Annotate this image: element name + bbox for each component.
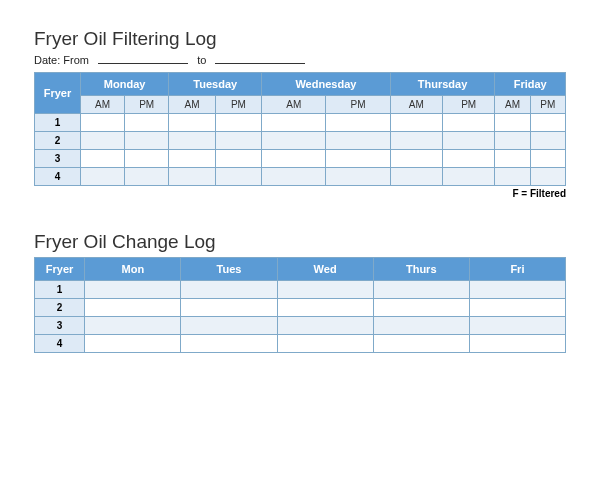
log-cell[interactable]	[495, 114, 530, 132]
table-row: 2	[35, 299, 566, 317]
col-day: Tuesday	[169, 73, 262, 96]
log-cell[interactable]	[530, 132, 565, 150]
log-cell[interactable]	[181, 299, 277, 317]
table-row: 3	[35, 150, 566, 168]
log-cell[interactable]	[81, 150, 125, 168]
table-row: 3	[35, 317, 566, 335]
log-cell[interactable]	[169, 114, 215, 132]
date-from-label: Date: From	[34, 54, 89, 66]
fryer-number: 2	[35, 299, 85, 317]
log-cell[interactable]	[495, 168, 530, 186]
log-cell[interactable]	[390, 132, 442, 150]
col-sub: PM	[530, 96, 565, 114]
log-cell[interactable]	[390, 168, 442, 186]
log-cell[interactable]	[469, 317, 565, 335]
filtering-footnote: F = Filtered	[34, 188, 566, 199]
col-day: Fri	[469, 258, 565, 281]
log-cell[interactable]	[85, 299, 181, 317]
log-cell[interactable]	[262, 114, 326, 132]
log-cell[interactable]	[373, 299, 469, 317]
log-cell[interactable]	[373, 317, 469, 335]
log-cell[interactable]	[326, 150, 390, 168]
filtering-header-ampm: AMPM AMPM AMPM AMPM AMPM	[35, 96, 566, 114]
log-cell[interactable]	[215, 132, 261, 150]
log-cell[interactable]	[215, 150, 261, 168]
log-cell[interactable]	[390, 150, 442, 168]
log-cell[interactable]	[81, 168, 125, 186]
filtering-title: Fryer Oil Filtering Log	[34, 28, 566, 50]
filtering-header-days: Fryer Monday Tuesday Wednesday Thursday …	[35, 73, 566, 96]
log-cell[interactable]	[530, 114, 565, 132]
log-cell[interactable]	[169, 132, 215, 150]
col-sub: PM	[125, 96, 169, 114]
log-cell[interactable]	[85, 335, 181, 353]
col-sub: AM	[495, 96, 530, 114]
log-cell[interactable]	[277, 335, 373, 353]
fryer-number: 1	[35, 281, 85, 299]
fryer-number: 2	[35, 132, 81, 150]
date-range-line: Date: From to	[34, 54, 566, 66]
log-cell[interactable]	[442, 132, 494, 150]
log-cell[interactable]	[169, 168, 215, 186]
log-cell[interactable]	[81, 132, 125, 150]
change-header: Fryer Mon Tues Wed Thurs Fri	[35, 258, 566, 281]
log-cell[interactable]	[469, 299, 565, 317]
col-sub: AM	[390, 96, 442, 114]
date-from-blank[interactable]	[98, 54, 188, 64]
log-cell[interactable]	[442, 150, 494, 168]
log-cell[interactable]	[469, 281, 565, 299]
log-cell[interactable]	[181, 335, 277, 353]
log-cell[interactable]	[277, 317, 373, 335]
log-cell[interactable]	[262, 168, 326, 186]
col-day: Monday	[81, 73, 169, 96]
col-sub: AM	[262, 96, 326, 114]
col-day: Wednesday	[262, 73, 390, 96]
log-cell[interactable]	[530, 150, 565, 168]
log-cell[interactable]	[442, 168, 494, 186]
log-cell[interactable]	[326, 132, 390, 150]
log-cell[interactable]	[181, 281, 277, 299]
log-cell[interactable]	[85, 317, 181, 335]
log-cell[interactable]	[373, 281, 469, 299]
date-to-blank[interactable]	[215, 54, 305, 64]
table-row: 4	[35, 335, 566, 353]
log-cell[interactable]	[495, 132, 530, 150]
col-sub: AM	[169, 96, 215, 114]
table-row: 4	[35, 168, 566, 186]
col-sub: PM	[326, 96, 390, 114]
log-cell[interactable]	[85, 281, 181, 299]
log-cell[interactable]	[390, 114, 442, 132]
log-cell[interactable]	[277, 299, 373, 317]
log-cell[interactable]	[373, 335, 469, 353]
log-cell[interactable]	[495, 150, 530, 168]
log-cell[interactable]	[277, 281, 373, 299]
log-cell[interactable]	[530, 168, 565, 186]
col-sub: PM	[442, 96, 494, 114]
log-cell[interactable]	[169, 150, 215, 168]
log-cell[interactable]	[442, 114, 494, 132]
log-cell[interactable]	[326, 168, 390, 186]
fryer-number: 4	[35, 335, 85, 353]
log-cell[interactable]	[81, 114, 125, 132]
col-day: Friday	[495, 73, 566, 96]
log-cell[interactable]	[125, 168, 169, 186]
log-cell[interactable]	[125, 132, 169, 150]
col-day: Thurs	[373, 258, 469, 281]
col-fryer: Fryer	[35, 73, 81, 114]
fryer-number: 3	[35, 150, 81, 168]
col-sub: AM	[81, 96, 125, 114]
table-row: 1	[35, 114, 566, 132]
log-cell[interactable]	[181, 317, 277, 335]
log-cell[interactable]	[326, 114, 390, 132]
col-day: Thursday	[390, 73, 495, 96]
fryer-number: 4	[35, 168, 81, 186]
log-cell[interactable]	[215, 114, 261, 132]
table-row: 1	[35, 281, 566, 299]
fryer-number: 1	[35, 114, 81, 132]
log-cell[interactable]	[215, 168, 261, 186]
log-cell[interactable]	[262, 132, 326, 150]
log-cell[interactable]	[125, 150, 169, 168]
log-cell[interactable]	[125, 114, 169, 132]
log-cell[interactable]	[262, 150, 326, 168]
log-cell[interactable]	[469, 335, 565, 353]
